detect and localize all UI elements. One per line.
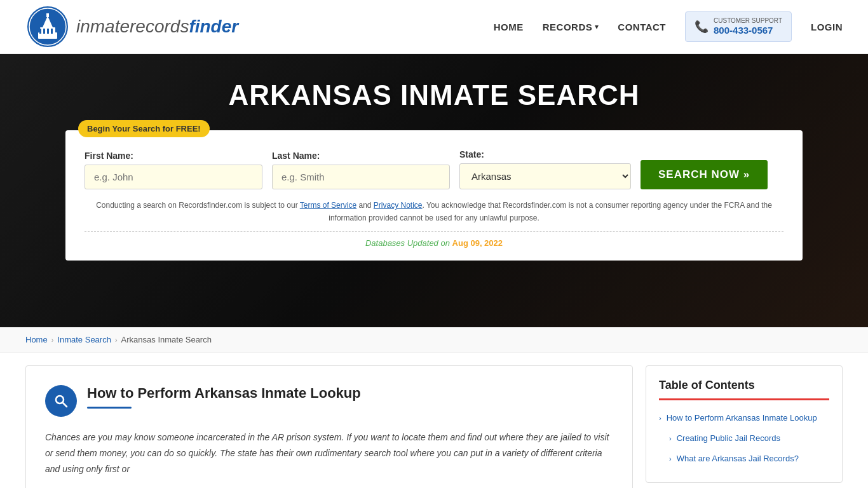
privacy-link[interactable]: Privacy Notice [374,201,423,210]
logo-area[interactable]: inmaterecordsfinder [25,4,238,49]
logo-text: inmaterecordsfinder [76,17,238,37]
begin-search-badge: Begin Your Search for FREE! [78,120,210,137]
site-header: inmaterecordsfinder HOME RECORDS ▾ CONTA… [0,0,868,54]
toc-item-1-label: How to Perform Arkansas Inmate Lookup [667,412,817,424]
svg-line-11 [63,403,67,407]
db-update-date: Aug 09, 2022 [452,238,503,248]
hero-title: ARKANSAS INMATE SEARCH [229,79,640,111]
nav-home[interactable]: HOME [494,22,524,32]
nav-records-label[interactable]: RECORDS [543,22,593,32]
customer-support-button[interactable]: 📞 CUSTOMER SUPPORT 800-433-0567 [685,11,792,42]
nav-records[interactable]: RECORDS ▾ [543,22,599,32]
state-group: State: Arkansas Alabama Alaska Californi… [459,149,631,189]
breadcrumb-sep-1: › [51,336,54,344]
article-body: Chances are you may know someone incarce… [45,430,613,478]
main-content: How to Perform Arkansas Inmate Lookup Ch… [0,353,868,488]
chevron-right-icon-3: › [669,454,672,464]
toc-item-3[interactable]: › What are Arkansas Jail Records? [659,449,829,469]
main-nav: HOME RECORDS ▾ CONTACT 📞 CUSTOMER SUPPOR… [494,11,843,42]
article-title: How to Perform Arkansas Inmate Lookup [87,385,361,402]
breadcrumb-current: Arkansas Inmate Search [121,335,212,344]
search-box: Begin Your Search for FREE! First Name: … [65,130,803,261]
article-title-underline [87,407,132,409]
nav-contact[interactable]: CONTACT [618,22,666,32]
last-name-label: Last Name: [272,151,450,161]
sidebar-toc: Table of Contents › How to Perform Arkan… [646,365,843,483]
article-title-block: How to Perform Arkansas Inmate Lookup [87,385,361,409]
svg-rect-5 [46,13,49,17]
search-fields: First Name: Last Name: State: Arkansas A… [85,149,783,189]
chevron-right-icon-2: › [669,434,672,444]
logo-icon [25,4,70,49]
toc-item-2[interactable]: › Creating Public Jail Records [659,428,829,449]
db-update: Databases Updated on Aug 09, 2022 [85,231,783,248]
disclaimer-text: Conducting a search on Recordsfinder.com… [85,199,783,225]
toc-item-2-label: Creating Public Jail Records [677,433,780,444]
breadcrumb: Home › Inmate Search › Arkansas Inmate S… [0,327,868,353]
article-header: How to Perform Arkansas Inmate Lookup [45,385,613,417]
search-now-button[interactable]: SEARCH NOW » [641,160,768,189]
toc-item-3-label: What are Arkansas Jail Records? [677,453,799,464]
toc-item-1[interactable]: › How to Perform Arkansas Inmate Lookup [659,408,829,428]
svg-rect-7 [43,29,45,34]
state-select[interactable]: Arkansas Alabama Alaska California Color… [459,163,631,189]
breadcrumb-inmate-search[interactable]: Inmate Search [57,335,111,344]
toc-title: Table of Contents [659,379,829,400]
phone-icon: 📞 [695,20,709,34]
breadcrumb-sep-2: › [115,336,118,344]
hero-section: ARKANSAS INMATE SEARCH Begin Your Search… [0,54,868,327]
nav-login[interactable]: LOGIN [811,22,843,32]
first-name-input[interactable] [85,165,262,189]
svg-rect-9 [51,29,53,34]
tos-link[interactable]: Terms of Service [300,201,356,210]
state-label: State: [459,149,631,159]
last-name-group: Last Name: [272,151,450,189]
search-icon [53,393,69,409]
svg-rect-8 [47,29,49,34]
search-icon-circle [45,385,77,417]
last-name-input[interactable] [272,165,450,189]
chevron-down-icon: ▾ [595,22,599,31]
chevron-right-icon: › [659,414,661,423]
breadcrumb-home[interactable]: Home [25,335,48,344]
article: How to Perform Arkansas Inmate Lookup Ch… [25,365,633,488]
svg-rect-6 [39,29,41,34]
first-name-label: First Name: [85,151,262,161]
support-text: CUSTOMER SUPPORT 800-433-0567 [714,17,782,36]
db-update-text: Databases Updated on [365,238,450,248]
first-name-group: First Name: [85,151,262,189]
